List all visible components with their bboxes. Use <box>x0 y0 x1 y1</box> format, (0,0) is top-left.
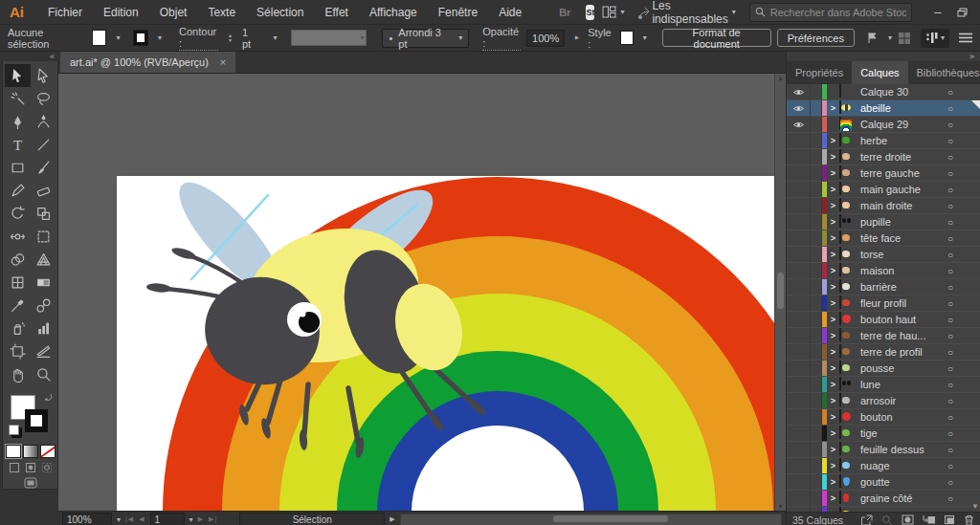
layer-row-tige[interactable]: >tige○ <box>787 426 980 442</box>
blend-tool[interactable] <box>31 294 56 317</box>
target-circle[interactable]: ○ <box>947 201 980 211</box>
horizontal-scroll-thumb[interactable] <box>553 515 668 522</box>
expand-chevron-icon[interactable]: > <box>827 412 839 422</box>
none-button[interactable] <box>40 445 56 458</box>
close-button[interactable]: × <box>975 4 980 20</box>
lock-toggle[interactable] <box>811 393 822 408</box>
minimize-button[interactable]: – <box>925 5 950 19</box>
visibility-toggle[interactable] <box>787 149 811 164</box>
lock-toggle[interactable] <box>811 458 822 473</box>
layer-thumbnail[interactable] <box>839 345 855 359</box>
layer-name[interactable]: terre de hau... <box>857 330 947 341</box>
hand-tool[interactable] <box>5 362 31 385</box>
layer-name[interactable]: terre gauche <box>857 167 947 179</box>
lock-toggle[interactable] <box>811 474 822 490</box>
layer-thumbnail[interactable] <box>839 101 855 115</box>
layer-row-main-gauche[interactable]: >main gauche○ <box>787 182 980 198</box>
layer-thumbnail[interactable] <box>839 443 855 456</box>
menu-affichage[interactable]: Affichage <box>359 1 428 24</box>
visibility-toggle[interactable] <box>787 426 811 441</box>
stroke-stepper[interactable]: ▲▼ <box>228 33 233 43</box>
vertical-scroll-thumb[interactable] <box>777 273 784 309</box>
target-circle[interactable]: ○ <box>947 266 980 276</box>
visibility-toggle[interactable] <box>787 165 811 181</box>
panel-list-icon[interactable] <box>959 33 972 43</box>
scale-tool[interactable] <box>31 202 56 225</box>
panel-tab-proprietes[interactable]: Propriétés <box>787 61 852 84</box>
menu-fenetre[interactable]: Fenêtre <box>428 1 488 24</box>
layer-name[interactable]: arrosoir <box>857 395 947 406</box>
menu-fichier[interactable]: Fichier <box>37 1 93 24</box>
layer-thumbnail[interactable] <box>839 394 855 407</box>
tab-close-icon[interactable]: × <box>220 56 226 68</box>
draw-normal-icon[interactable] <box>9 462 20 473</box>
stroke-color-swatch[interactable] <box>25 409 48 432</box>
lock-toggle[interactable] <box>811 442 822 457</box>
visibility-toggle[interactable] <box>787 442 811 457</box>
target-circle[interactable]: ○ <box>947 250 980 260</box>
layer-row-graine-co-te-[interactable]: >graine côté○ <box>787 491 980 507</box>
target-circle[interactable]: ○ <box>947 282 980 293</box>
layer-thumbnail[interactable] <box>839 183 855 196</box>
visibility-toggle[interactable] <box>787 117 811 132</box>
visibility-toggle[interactable] <box>787 100 811 116</box>
restore-button[interactable] <box>950 8 975 17</box>
expand-chevron-icon[interactable]: > <box>827 185 839 194</box>
expand-chevron-icon[interactable]: > <box>827 136 839 145</box>
collect-export-icon[interactable] <box>860 514 873 525</box>
slice-tool[interactable] <box>31 339 56 362</box>
layer-thumbnail[interactable] <box>839 508 855 512</box>
layer-name[interactable]: main gauche <box>857 184 947 195</box>
lock-toggle[interactable] <box>811 312 822 327</box>
workspace-icon[interactable]: ▾ <box>921 29 949 48</box>
layer-thumbnail[interactable] <box>839 199 855 212</box>
layer-row-goutte[interactable]: >goutte○ <box>787 474 980 491</box>
target-circle[interactable]: ○ <box>947 428 980 439</box>
expand-chevron-icon[interactable]: > <box>827 298 839 308</box>
visibility-toggle[interactable] <box>787 328 811 343</box>
vertical-scrollbar[interactable]: ▲ ▼ <box>774 74 786 511</box>
fill-stroke-widget[interactable]: ⤾ <box>9 393 53 439</box>
expand-chevron-icon[interactable]: > <box>827 461 839 470</box>
direct-selection-tool[interactable] <box>31 64 56 87</box>
delete-layer-icon[interactable] <box>964 514 974 525</box>
expand-chevron-icon[interactable]: > <box>827 493 839 503</box>
layer-row-torse[interactable]: >torse○ <box>787 247 980 263</box>
lock-toggle[interactable] <box>811 377 822 392</box>
scroll-up-icon[interactable]: ▲ <box>775 75 786 81</box>
visibility-toggle[interactable] <box>787 312 811 327</box>
layer-name[interactable]: fleur profil <box>857 297 947 309</box>
lock-toggle[interactable] <box>811 344 822 360</box>
layer-row-abeille[interactable]: >abeille○ <box>787 100 980 117</box>
layer-row-feuille-dessus[interactable]: >feuille dessus○ <box>787 442 980 458</box>
rectangle-tool[interactable] <box>5 156 31 179</box>
shape-builder-tool[interactable] <box>5 248 31 271</box>
lock-toggle[interactable] <box>811 295 822 311</box>
lock-toggle[interactable] <box>811 426 822 441</box>
layer-name[interactable]: barrière <box>857 281 947 293</box>
layer-row-main-droite[interactable]: >main droite○ <box>787 198 980 214</box>
lock-toggle[interactable] <box>811 198 822 213</box>
visibility-toggle[interactable] <box>787 409 811 425</box>
expand-chevron-icon[interactable]: > <box>827 428 839 438</box>
layer-thumbnail[interactable] <box>839 296 855 310</box>
expand-chevron-icon[interactable]: > <box>827 445 839 454</box>
expand-chevron-icon[interactable]: > <box>827 282 839 292</box>
chevron-down-icon[interactable]: ▾ <box>888 33 892 42</box>
new-layer-icon[interactable] <box>944 514 955 525</box>
layer-name[interactable]: tige <box>857 427 947 439</box>
chevron-down-icon[interactable]: ▾ <box>189 515 193 524</box>
layer-row-bouton-haut[interactable]: >bouton haut○ <box>787 312 980 328</box>
target-circle[interactable]: ○ <box>947 217 980 228</box>
chevron-right-icon[interactable]: ▾ <box>572 35 581 39</box>
layer-thumbnail[interactable] <box>839 492 855 505</box>
expand-chevron-icon[interactable]: > <box>827 233 839 243</box>
chevron-down-icon[interactable]: ▾ <box>732 8 736 16</box>
layer-thumbnail[interactable] <box>839 459 855 472</box>
lock-toggle[interactable] <box>811 214 822 230</box>
layer-row-lune[interactable]: >lune○ <box>787 377 980 393</box>
layer-thumbnail[interactable] <box>839 166 855 180</box>
symbol-sprayer-tool[interactable] <box>5 317 31 339</box>
document-tab[interactable]: art.ai* @ 100% (RVB/Aperçu) × <box>60 52 235 73</box>
lock-toggle[interactable] <box>811 133 822 148</box>
